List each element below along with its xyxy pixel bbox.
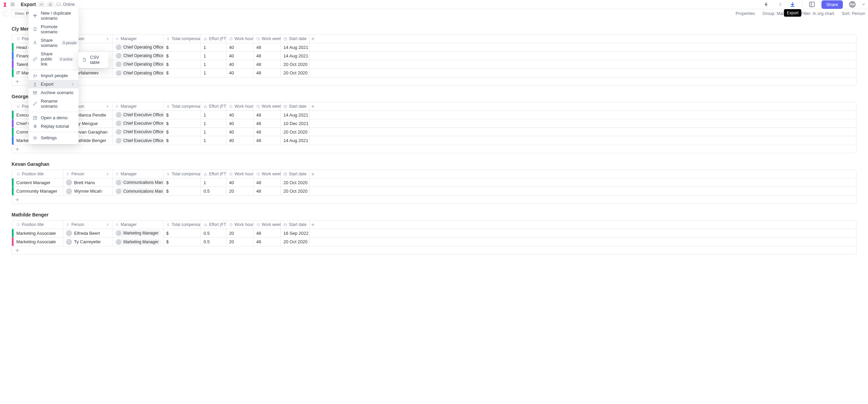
group-title[interactable]: Cly Mengue [12,26,856,32]
cell-weeks[interactable]: 48 [254,60,281,68]
col-total-comp[interactable]: Total compensation [163,102,201,110]
col-start[interactable]: Start date [281,35,310,43]
cell-weeks[interactable]: 48 [254,238,281,246]
cell-comp[interactable]: $ [163,187,201,195]
table-row[interactable]: Talent Acquisition n Cooper Chief Operat… [12,60,856,69]
cell-fte[interactable]: 0.5 [201,229,226,237]
cell-comp[interactable]: $ [163,229,201,237]
cell-start[interactable]: 20 Oct 2020 [281,178,310,187]
cell-hours[interactable]: 40 [226,69,254,77]
menu-export[interactable]: Export [29,80,79,88]
cell-manager[interactable]: Marketing Manager [112,229,163,237]
user-avatar[interactable]: RM [849,1,856,8]
menu-share-public-link[interactable]: Share public link 0 active [29,50,79,68]
cell-comp[interactable]: $ [163,69,201,77]
cell-weeks[interactable]: 48 [254,178,281,187]
cell-hours[interactable]: 40 [226,128,254,136]
cell-start[interactable]: 14 Aug 2021 [281,136,310,145]
col-weeks[interactable]: Work weeks / year [254,221,281,229]
cell-manager[interactable]: Chief Executive Officer [112,136,163,145]
cell-fte[interactable]: 1 [201,119,226,127]
manager-chip[interactable]: Marketing Manager [115,239,161,245]
sort-button[interactable]: Sort: Person [842,11,865,16]
col-weeks[interactable]: Work weeks / year [254,170,281,178]
add-row-button[interactable] [12,145,856,153]
user-menu-chevron-icon[interactable] [862,3,865,6]
redo-button[interactable] [776,1,783,8]
col-effort[interactable]: Effort (FTE) [201,102,226,110]
col-start[interactable]: Start date [281,170,310,178]
manager-chip[interactable]: Chief Executive Officer [115,112,163,118]
download-button[interactable] [789,1,796,8]
col-person[interactable]: Person [63,170,112,178]
cell-start[interactable]: 20 Oct 2020 [281,60,310,68]
cell-fte[interactable]: 0.5 [201,187,226,195]
table-row[interactable]: Community Manager Wynnie Micah Communica… [12,187,856,195]
col-total-comp[interactable]: Total compensation [163,170,201,178]
manager-chip[interactable]: Chief Executive Officer [115,138,163,144]
undo-button[interactable] [763,1,770,8]
col-manager[interactable]: Manager [112,35,163,43]
cell-fte[interactable]: 1 [201,178,226,187]
table-row[interactable]: Marketing Manager Mathilde Benger Chief … [12,136,856,145]
cell-manager[interactable]: Chief Operating Officer [112,60,163,68]
table-row[interactable]: Chief Operating Officer Cly Mengue Chief… [12,119,856,128]
add-column-button[interactable] [310,103,316,110]
cell-position[interactable]: Marketing Associate [14,238,63,246]
cell-fte[interactable]: 1 [201,60,226,68]
cell-comp[interactable]: $ [163,43,201,51]
col-start[interactable]: Start date [281,221,310,229]
cell-fte[interactable]: 1 [201,43,226,51]
menu-share-scenario[interactable]: Share scenario 0 people [29,36,79,50]
add-row-button[interactable] [12,246,856,254]
table-row[interactable]: Marketing Associate Ty Carreyette Market… [12,238,856,246]
filter-button[interactable]: Filter: In org chart [801,11,834,16]
cell-person[interactable]: Wynnie Micah [63,187,112,195]
col-weeks[interactable]: Work weeks / year [254,35,281,43]
col-hours[interactable]: Work hours / week [226,221,254,229]
col-position[interactable]: Position title [14,221,63,229]
cell-comp[interactable]: $ [163,136,201,145]
cell-position[interactable]: Community Manager [14,187,63,195]
col-hours[interactable]: Work hours / week [226,170,254,178]
cell-position[interactable]: Marketing Associate [14,229,63,237]
cell-weeks[interactable]: 48 [254,69,281,77]
manager-chip[interactable]: Chief Operating Officer [115,70,163,76]
cell-hours[interactable]: 40 [226,119,254,127]
table-row[interactable]: Marketing Associate Elfreda Beert Market… [12,229,856,238]
table-row[interactable]: Finance Manager ppitt Chief Operating Of… [12,52,856,60]
col-position[interactable]: Position title [14,170,63,178]
cell-weeks[interactable]: 48 [254,111,281,119]
cell-weeks[interactable]: 48 [254,229,281,237]
group-title[interactable]: Kevan Garaghan [12,161,856,167]
cell-comp[interactable]: $ [163,111,201,119]
cell-weeks[interactable]: 48 [254,52,281,60]
cell-hours[interactable]: 40 [226,60,254,68]
table-row[interactable]: Head of People Chief Operating Officer $… [12,43,856,52]
submenu-csv-table[interactable]: CSV table [79,53,108,67]
cell-person[interactable]: Elfreda Beert [63,229,112,237]
cell-manager[interactable]: Chief Executive Officer [112,128,163,136]
col-hours[interactable]: Work hours / week [226,35,254,43]
cell-hours[interactable]: 20 [226,229,254,237]
col-person[interactable]: Person [63,221,112,229]
cell-fte[interactable]: 1 [201,111,226,119]
cell-start[interactable]: 20 Oct 2020 [281,128,310,136]
properties-button[interactable]: Properties [736,11,755,16]
menu-promote-scenario[interactable]: Promote scenario [29,22,79,36]
apps-menu-icon[interactable] [10,2,15,7]
menu-import-people[interactable]: Import people [29,71,79,80]
col-total-comp[interactable]: Total compensation [163,35,201,43]
cell-start[interactable]: 20 Oct 2020 [281,187,310,195]
table-row[interactable]: Communications Manager Kevan Garaghan Ch… [12,128,856,136]
cell-manager[interactable]: Chief Executive Officer [112,119,163,127]
add-column-button[interactable] [310,221,316,228]
cell-manager[interactable]: Communications Manager [112,187,163,195]
manager-chip[interactable]: Communications Manager [115,188,163,194]
col-manager[interactable]: Manager [112,221,163,229]
cell-start[interactable]: 10 Dec 2021 [281,119,310,127]
manager-chip[interactable]: Chief Operating Officer [115,61,163,67]
add-column-button[interactable] [310,171,316,178]
menu-replay-tutorial[interactable]: Replay tutorial [29,122,79,130]
cell-person[interactable]: Brett Hans [63,178,112,187]
